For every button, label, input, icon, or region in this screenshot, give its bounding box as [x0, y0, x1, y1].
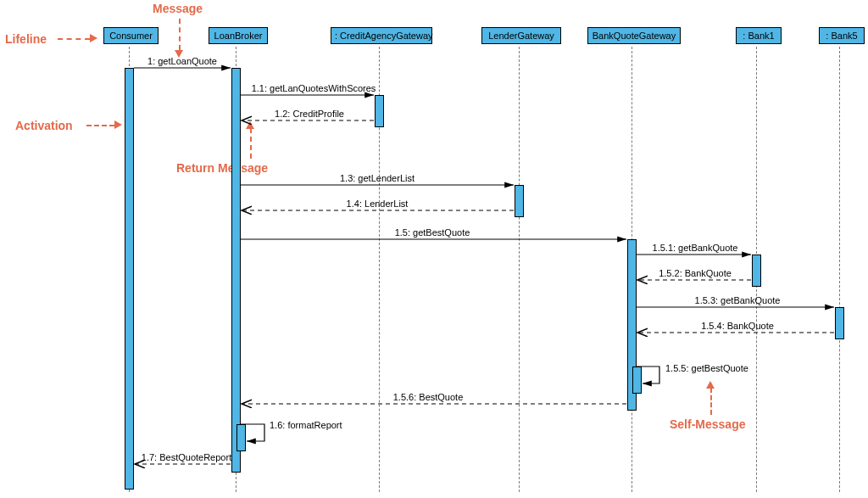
annotation-arrow [710, 388, 712, 415]
activation-creditagency [375, 95, 384, 127]
message-label: 1.5.3: getBankQuote [687, 295, 788, 305]
message-label: 1.3: getLenderList [322, 173, 432, 183]
lifeline-label: : Bank5 [826, 31, 857, 41]
chevron-right-icon [114, 120, 122, 129]
lifeline-bank1: : Bank1 [736, 27, 782, 44]
annotation-return-message: Return Message [176, 161, 268, 175]
activation-lendergateway [515, 185, 524, 217]
lifeline-consumer: Consumer [103, 27, 159, 44]
chevron-right-icon [90, 34, 97, 42]
message-label: 1.1: getLanQuotesWithScores [246, 83, 381, 93]
lifeline-label: LoanBroker [214, 31, 263, 41]
annotation-arrow [86, 125, 114, 126]
activation-bqg-self [632, 367, 642, 394]
lifeline-label: : Bank1 [743, 31, 774, 41]
annotation-arrow [58, 38, 90, 40]
message-label: 1: getLoanQuote [140, 56, 225, 66]
activation-bank1 [752, 255, 761, 287]
lifeline-label: : CreditAgencyGateway [335, 31, 433, 41]
activation-loanbroker [231, 68, 241, 473]
message-label: 1.6: formatReport [270, 420, 354, 430]
activation-bank5 [835, 307, 844, 339]
lifeline-lendergateway: LenderGateway [481, 27, 561, 44]
message-label: 1.5.1: getBankQuote [644, 243, 746, 253]
chevron-up-icon [706, 381, 715, 389]
message-label: 1.5.4: BankQuote [695, 321, 780, 331]
message-label: 1.5.5: getBestQuote [665, 363, 767, 373]
annotation-arrow [250, 128, 252, 159]
lifeline-loanbroker: LoanBroker [209, 27, 268, 44]
activation-consumer [125, 68, 134, 490]
lifeline-label: Consumer [109, 31, 153, 41]
activation-loanbroker-self [236, 424, 246, 451]
message-label: 1.4: LenderList [335, 199, 420, 209]
annotation-arrow [179, 19, 181, 50]
annotation-self-message: Self-Message [670, 417, 745, 431]
message-label: 1.7: BestQuoteReport [136, 452, 237, 462]
chevron-up-icon [246, 121, 254, 129]
annotation-activation: Activation [15, 119, 73, 132]
lifeline-creditagency: : CreditAgencyGateway [331, 27, 432, 44]
annotation-message: Message [153, 2, 203, 15]
lifeline-dash [839, 47, 840, 492]
lifeline-bank5: : Bank5 [819, 27, 865, 44]
message-label: 1.2: CreditProfile [263, 109, 356, 119]
lifeline-label: LenderGateway [488, 31, 554, 41]
lifeline-dash [519, 47, 520, 492]
message-label: 1.5: getBestQuote [386, 227, 479, 238]
lifeline-label: BankQuoteGateway [593, 31, 676, 41]
lifeline-bankquotegateway: BankQuoteGateway [587, 27, 681, 44]
annotation-lifeline: Lifeline [5, 32, 47, 46]
message-label: 1.5.6: BestQuote [381, 392, 475, 402]
message-label: 1.5.2: BankQuote [653, 268, 737, 278]
